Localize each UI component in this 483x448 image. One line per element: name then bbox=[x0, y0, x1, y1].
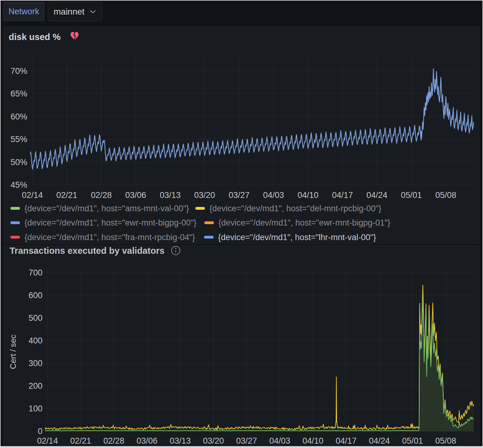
svg-text:700: 700 bbox=[29, 268, 42, 277]
svg-text:500: 500 bbox=[29, 313, 42, 323]
svg-text:{device="/dev/md1", host="ams-: {device="/dev/md1", host="ams-mnt-val-00… bbox=[24, 204, 189, 213]
svg-text:04/03: 04/03 bbox=[269, 436, 290, 446]
svg-text:03/20: 03/20 bbox=[194, 190, 215, 200]
svg-text:0: 0 bbox=[38, 427, 42, 436]
svg-text:04/17: 04/17 bbox=[336, 436, 357, 446]
svg-text:{device="/dev/md1", host="lhr-: {device="/dev/md1", host="lhr-mnt-val-00… bbox=[218, 233, 376, 242]
svg-text:05/01: 05/01 bbox=[401, 190, 422, 200]
svg-text:70%: 70% bbox=[11, 66, 27, 76]
svg-text:{device="/dev/md1", host="del-: {device="/dev/md1", host="del-mnt-rpcbig… bbox=[210, 204, 382, 213]
svg-text:04/10: 04/10 bbox=[303, 436, 324, 446]
svg-text:02/28: 02/28 bbox=[91, 190, 112, 200]
svg-text:02/28: 02/28 bbox=[104, 436, 125, 446]
svg-text:05/08: 05/08 bbox=[435, 436, 456, 446]
svg-text:02/21: 02/21 bbox=[56, 190, 78, 200]
svg-text:05/08: 05/08 bbox=[435, 190, 456, 200]
svg-text:03/27: 03/27 bbox=[228, 190, 250, 200]
svg-text:100: 100 bbox=[29, 404, 42, 413]
svg-text:300: 300 bbox=[29, 359, 42, 368]
svg-text:02/14: 02/14 bbox=[37, 436, 58, 446]
svg-text:60%: 60% bbox=[11, 112, 27, 121]
svg-text:200: 200 bbox=[29, 381, 42, 391]
svg-text:04/03: 04/03 bbox=[263, 190, 284, 200]
svg-text:04/10: 04/10 bbox=[298, 190, 319, 200]
svg-text:600: 600 bbox=[29, 291, 42, 300]
svg-text:04/17: 04/17 bbox=[332, 190, 353, 200]
svg-text:{device="/dev/md1", host="ewr-: {device="/dev/md1", host="ewr-mnt-bigpg-… bbox=[219, 218, 391, 227]
svg-text:04/24: 04/24 bbox=[369, 436, 390, 446]
svg-text:Transactions executed by valid: Transactions executed by validators bbox=[10, 246, 165, 256]
svg-text:Network: Network bbox=[8, 7, 39, 16]
svg-text:03/06: 03/06 bbox=[125, 190, 146, 200]
svg-text:55%: 55% bbox=[11, 135, 27, 144]
svg-text:03/27: 03/27 bbox=[236, 436, 257, 446]
svg-text:{device="/dev/md1", host="fra-: {device="/dev/md1", host="fra-mnt-rpcbig… bbox=[24, 233, 195, 242]
svg-text:03/20: 03/20 bbox=[203, 436, 224, 446]
svg-text:45%: 45% bbox=[11, 180, 27, 190]
svg-text:Cert / sec: Cert / sec bbox=[8, 334, 18, 369]
svg-text:mainnet: mainnet bbox=[54, 7, 85, 16]
svg-text:05/01: 05/01 bbox=[402, 436, 423, 446]
svg-text:{device="/dev/md1", host="ewr-: {device="/dev/md1", host="ewr-mnt-bigpg-… bbox=[24, 218, 197, 227]
svg-text:04/24: 04/24 bbox=[366, 190, 388, 200]
svg-text:03/06: 03/06 bbox=[137, 436, 158, 446]
svg-text:02/21: 02/21 bbox=[70, 436, 91, 446]
svg-text:disk used %: disk used % bbox=[9, 32, 61, 42]
svg-text:50%: 50% bbox=[11, 158, 27, 167]
svg-text:03/13: 03/13 bbox=[160, 190, 181, 200]
svg-text:03/13: 03/13 bbox=[170, 436, 191, 446]
svg-text:400: 400 bbox=[29, 336, 42, 345]
svg-text:02/14: 02/14 bbox=[22, 190, 43, 200]
svg-text:65%: 65% bbox=[11, 89, 27, 98]
